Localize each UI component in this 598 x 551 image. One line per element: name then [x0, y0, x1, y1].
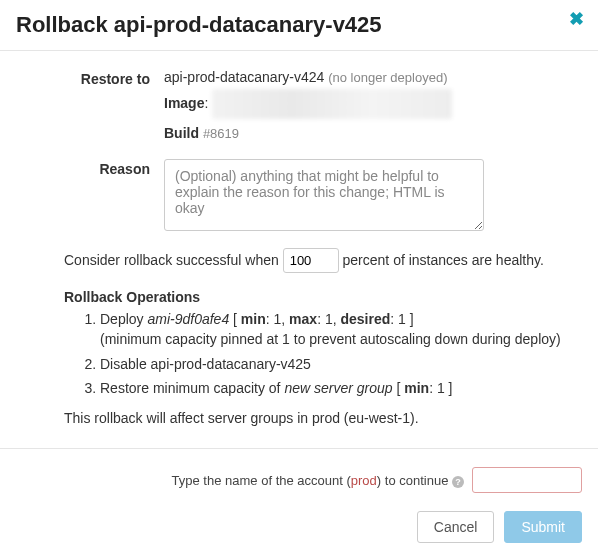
- ami-id: ami-9df0afe4: [147, 311, 229, 327]
- build-number: #8619: [203, 126, 239, 141]
- restore-field: api-prod-datacanary-v424 (no longer depl…: [164, 69, 582, 145]
- ops-item: Restore minimum capacity of new server g…: [100, 378, 566, 398]
- reason-input[interactable]: [164, 159, 484, 231]
- threshold-row: Consider rollback successful when percen…: [64, 248, 582, 273]
- restore-target: api-prod-datacanary-v424: [164, 69, 324, 85]
- threshold-prefix: Consider rollback successful when: [64, 252, 279, 268]
- threshold-input[interactable]: [283, 248, 339, 273]
- build-label: Build: [164, 125, 199, 141]
- image-label: Image: [164, 95, 204, 111]
- account-name: prod: [351, 473, 377, 488]
- threshold-suffix: percent of instances are healthy.: [343, 252, 544, 268]
- modal-header: Rollback api-prod-datacanary-v425 ✖: [0, 0, 598, 51]
- cancel-button[interactable]: Cancel: [417, 511, 495, 543]
- ops-item-note: (minimum capacity pinned at 1 to prevent…: [100, 329, 566, 349]
- help-icon[interactable]: ?: [452, 476, 464, 488]
- restore-target-note: (no longer deployed): [328, 70, 447, 85]
- image-value-redacted: [212, 89, 452, 119]
- restore-label: Restore to: [16, 69, 164, 145]
- modal-footer: Type the name of the account (prod) to c…: [0, 448, 598, 551]
- reason-row: Reason: [16, 159, 582, 234]
- ops-list: Deploy ami-9df0afe4 [ min: 1, max: 1, de…: [84, 309, 582, 398]
- modal-title: Rollback api-prod-datacanary-v425: [16, 12, 582, 38]
- reason-label: Reason: [16, 159, 164, 234]
- ops-item: Disable api-prod-datacanary-v425: [100, 354, 566, 374]
- confirm-input[interactable]: [472, 467, 582, 493]
- submit-button[interactable]: Submit: [504, 511, 582, 543]
- affect-text: This rollback will affect server groups …: [64, 410, 582, 426]
- restore-row: Restore to api-prod-datacanary-v424 (no …: [16, 69, 582, 145]
- button-row: Cancel Submit: [16, 511, 582, 543]
- close-icon[interactable]: ✖: [569, 10, 584, 28]
- ops-item: Deploy ami-9df0afe4 [ min: 1, max: 1, de…: [100, 309, 566, 350]
- server-group: new server group: [284, 380, 392, 396]
- ops-title: Rollback Operations: [64, 289, 582, 305]
- modal-body: Restore to api-prod-datacanary-v424 (no …: [0, 51, 598, 448]
- confirm-row: Type the name of the account (prod) to c…: [16, 467, 582, 493]
- confirm-label: Type the name of the account (prod) to c…: [172, 473, 464, 488]
